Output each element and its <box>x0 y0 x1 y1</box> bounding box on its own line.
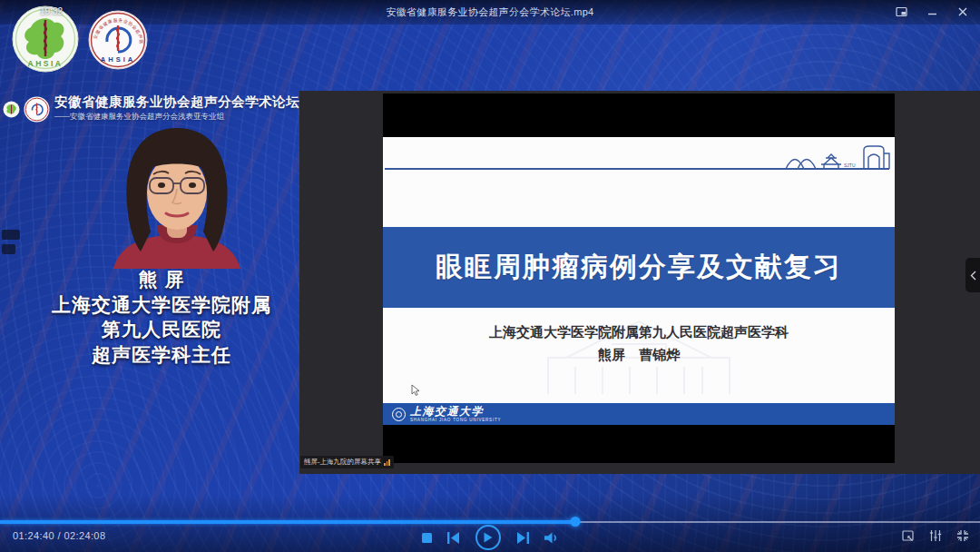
skyline-drawing: SJTU <box>784 143 891 170</box>
screen-share-badge-label: 熊屏-上海九院的屏幕共享 <box>304 458 381 467</box>
progress-knob[interactable] <box>570 517 580 527</box>
forum-header-logos <box>3 96 50 123</box>
letterbox-top <box>383 94 895 137</box>
forum-header: 安徽省健康服务业协会超声分会学术论坛 ——安徽省健康服务业协会超声分会浅表亚专业… <box>3 93 299 123</box>
presentation-slide: SJTU 眼眶周肿瘤病例分享及文献复习 上海交通大学医学院附属第九人民医院超声医… <box>383 137 895 403</box>
slide-affiliation: 上海交通大学医学院附属第九人民医院超声医学科 <box>383 324 895 341</box>
minimize-icon[interactable] <box>924 4 940 20</box>
ahsia-abbr-left: AHSIA <box>28 59 64 68</box>
presenter-video <box>86 123 268 269</box>
signal-bars-icon <box>384 459 390 466</box>
play-button[interactable] <box>475 525 501 550</box>
sjtu-name: 上海交通大学 <box>410 406 501 418</box>
player-tools <box>901 528 969 542</box>
speaker-affiliation-2: 第九人民医院 <box>0 317 323 342</box>
snapshot-icon[interactable] <box>901 528 915 542</box>
ahsia-logo-red: 安徽省健康服务业协会超声医学分会 AHSIA <box>87 9 149 74</box>
sjtu-name-en: SHANGHAI JIAO TONG UNIVERSITY <box>410 418 501 422</box>
pip-icon[interactable] <box>893 4 909 20</box>
mouse-cursor <box>410 384 421 397</box>
playlist-flyout-handle[interactable] <box>965 258 980 292</box>
speaker-name: 熊 屏 <box>0 267 323 292</box>
forum-header-text: 安徽省健康服务业协会超声分会学术论坛 ——安徽省健康服务业协会超声分会浅表亚专业… <box>54 93 299 123</box>
video-stage: 安徽省健康服务业协会超声分会学术论坛.mp4 19:32 AHSIA 安徽省健康… <box>0 0 980 552</box>
overlay-thumb <box>2 230 20 240</box>
volume-button[interactable] <box>544 532 559 544</box>
chevron-left-icon <box>970 271 976 281</box>
overlay-thumb <box>2 244 15 254</box>
speaker-caption: 熊 屏 上海交通大学医学院附属 第九人民医院 超声医学科主任 <box>0 267 323 367</box>
speaker-affiliation-1: 上海交通大学医学院附属 <box>0 292 323 318</box>
close-icon[interactable] <box>955 4 971 20</box>
forum-subtitle: ——安徽省健康服务业协会超声分会浅表亚专业组 <box>54 112 299 123</box>
svg-text:SJTU: SJTU <box>844 163 856 168</box>
ahsia-abbr-right: AHSIA <box>101 55 135 64</box>
mini-logo-red <box>24 96 50 123</box>
fullscreen-icon[interactable] <box>956 528 969 542</box>
slide-footer: 上海交通大学 SHANGHAI JIAO TONG UNIVERSITY <box>383 403 895 425</box>
sjtu-wordmark: 上海交通大学 SHANGHAI JIAO TONG UNIVERSITY <box>410 406 501 422</box>
shared-screen: SJTU 眼眶周肿瘤病例分享及文献复习 上海交通大学医学院附属第九人民医院超声医… <box>383 94 895 463</box>
slide-title: 眼眶周肿瘤病例分享及文献复习 <box>436 249 842 286</box>
forum-title: 安徽省健康服务业协会超声分会学术论坛 <box>54 93 299 111</box>
sjtu-seal-icon <box>392 408 406 421</box>
letterbox-bottom <box>383 425 895 463</box>
playback-controls <box>0 525 980 550</box>
slide-authors: 熊屏 曹锦烨 <box>383 347 895 364</box>
window-controls <box>893 4 971 20</box>
slide-title-banner: 眼眶周肿瘤病例分享及文献复习 <box>383 227 895 308</box>
screen-share-region: SJTU 眼眶周肿瘤病例分享及文献复习 上海交通大学医学院附属第九人民医院超声医… <box>299 91 980 474</box>
play-icon <box>483 532 493 543</box>
mini-logo-green <box>3 101 20 118</box>
progress-filled <box>0 520 575 524</box>
previous-button[interactable] <box>447 532 460 544</box>
screen-share-badge: 熊屏-上海九院的屏幕共享 <box>300 456 394 468</box>
recording-clock: 19:32 <box>40 6 63 16</box>
settings-sliders-icon[interactable] <box>928 528 942 542</box>
speaker-title: 超声医学科主任 <box>0 342 323 368</box>
stop-button[interactable] <box>422 533 432 543</box>
next-button[interactable] <box>516 532 529 544</box>
